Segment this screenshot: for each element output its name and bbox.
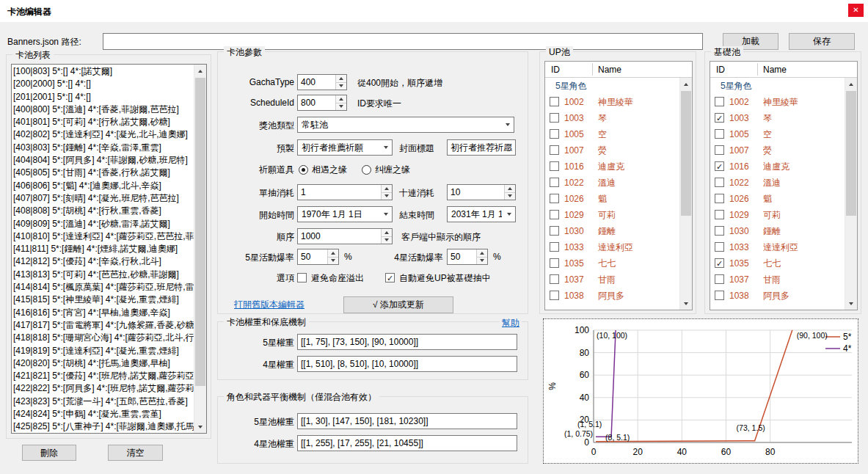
character-row[interactable]: ✓1035七七 bbox=[710, 255, 845, 271]
rate5-input[interactable]: 50 bbox=[297, 249, 339, 265]
scroll-thumb[interactable] bbox=[846, 91, 856, 216]
single-cost-input[interactable]: 1 bbox=[297, 184, 393, 200]
weight4-input[interactable] bbox=[297, 356, 517, 372]
character-checkbox[interactable] bbox=[550, 274, 559, 284]
weight5-input[interactable] bbox=[297, 334, 517, 350]
character-checkbox[interactable] bbox=[550, 291, 559, 300]
rate4-input[interactable]: 50 bbox=[447, 249, 488, 265]
old-editor-link[interactable]: 打開舊版本編輯器 bbox=[234, 299, 304, 311]
character-row[interactable]: 1026魈 bbox=[710, 191, 845, 207]
delete-button[interactable]: 刪除 bbox=[22, 445, 76, 461]
character-checkbox[interactable] bbox=[550, 226, 559, 236]
close-button[interactable]: ✕ bbox=[848, 4, 864, 17]
column-header-id[interactable]: ID bbox=[716, 65, 725, 75]
character-checkbox[interactable]: ✓ bbox=[715, 161, 724, 171]
character-row[interactable]: 1022溫迪 bbox=[710, 175, 845, 191]
list-item[interactable]: [401|801] 5*:[可莉] 4*:[行秋,諾艾爾,砂糖] bbox=[13, 116, 194, 128]
list-item[interactable]: [404|804] 5*:[阿貝多] 4*:[菲謝爾,砂糖,班尼特] bbox=[13, 154, 194, 167]
spinner-buttons[interactable] bbox=[476, 249, 487, 264]
character-row[interactable]: 1005空 bbox=[710, 126, 845, 142]
character-checkbox[interactable] bbox=[550, 113, 559, 123]
scheduleid-input[interactable]: 800 bbox=[297, 95, 347, 111]
character-row[interactable]: 1038阿貝多 bbox=[545, 288, 679, 304]
character-row[interactable]: 1035七七 bbox=[545, 255, 679, 271]
radio-acquaint-fate[interactable] bbox=[299, 165, 308, 175]
character-row[interactable]: 1003琴 bbox=[545, 110, 679, 126]
radio-acquaint-fate-label[interactable]: 相遇之缘 bbox=[312, 164, 347, 176]
character-row[interactable]: 1037甘雨 bbox=[545, 271, 679, 288]
ten-cost-input[interactable]: 10 bbox=[447, 184, 516, 200]
scroll-thumb[interactable] bbox=[681, 91, 691, 216]
character-row[interactable]: 1007熒 bbox=[545, 142, 679, 158]
list-item[interactable]: [423|823] 5*:[荒瀧一斗] 4*:[五郎,芭芭拉,香菱] bbox=[13, 395, 194, 408]
character-row[interactable]: 1007熒 bbox=[710, 142, 845, 158]
character-row[interactable]: 1037甘雨 bbox=[710, 271, 845, 288]
character-row[interactable]: ✓1016迪盧克 bbox=[710, 158, 845, 175]
character-checkbox[interactable] bbox=[550, 210, 559, 219]
list-item[interactable]: [418|818] 5*:[珊瑚宮心海] 4*:[蘿莎莉亞,北斗,行秋] bbox=[13, 332, 194, 344]
list-item[interactable]: [421|821] 5*:[優菈] 4*:[班尼特,諾艾爾,蘿莎莉亞] bbox=[13, 370, 194, 382]
character-checkbox[interactable] bbox=[550, 178, 559, 187]
list-item[interactable]: [419|819] 5*:[達達利亞] 4*:[凝光,重雲,煙緋] bbox=[13, 345, 194, 357]
column-header-id[interactable]: ID bbox=[551, 65, 560, 75]
list-item[interactable]: [411|811] 5*:[鍾離] 4*:[煙緋,諾艾爾,迪奧娜] bbox=[13, 243, 194, 255]
pool-weight5-input[interactable] bbox=[297, 413, 517, 429]
list-item[interactable]: [417|817] 5*:[雷電將軍] 4*:[九條裟羅,香菱,砂糖] bbox=[13, 319, 194, 332]
character-checkbox[interactable] bbox=[550, 97, 559, 106]
scroll-up-icon[interactable] bbox=[194, 65, 206, 77]
list-item[interactable]: [403|803] 5*:[鍾離] 4*:[辛焱,雷澤,重雲] bbox=[13, 142, 194, 154]
radio-intertwined-fate-label[interactable]: 纠缠之缘 bbox=[375, 164, 410, 176]
spinner-buttons[interactable] bbox=[381, 185, 392, 200]
spinner-buttons[interactable] bbox=[335, 95, 346, 110]
character-row[interactable]: ✓1003琴 bbox=[710, 110, 845, 126]
radio-intertwined-fate[interactable] bbox=[362, 165, 371, 175]
character-row[interactable]: 1029可莉 bbox=[710, 207, 845, 223]
character-checkbox[interactable] bbox=[715, 291, 724, 300]
list-item[interactable]: [414|814] 5*:[楓原萬葉] 4*:[蘿莎莉亞,班尼特,雷澤] bbox=[13, 281, 194, 293]
character-row[interactable]: 1038阿貝多 bbox=[710, 288, 845, 304]
character-row[interactable]: 1002神里綾華 bbox=[545, 94, 679, 110]
list-item[interactable]: [424|824] 5*:[申鶴] 4*:[凝光,重雲,雲堇] bbox=[13, 408, 194, 420]
character-row[interactable]: 1033達達利亞 bbox=[710, 239, 845, 255]
cover-title-input[interactable] bbox=[447, 139, 516, 156]
help-link[interactable]: 幫助 bbox=[500, 317, 522, 329]
character-checkbox[interactable] bbox=[550, 145, 559, 155]
list-item[interactable]: [406|806] 5*:[魈] 4*:[迪奧娜,北斗,辛焱] bbox=[13, 180, 194, 192]
up-pool-scrollbar[interactable] bbox=[679, 78, 692, 310]
pool-type-select[interactable]: 常駐池 bbox=[297, 117, 514, 133]
character-checkbox[interactable] bbox=[715, 145, 724, 155]
avoid-constellation-checkbox[interactable] bbox=[297, 273, 307, 282]
character-checkbox[interactable]: ✓ bbox=[715, 113, 724, 123]
character-row[interactable]: 1005空 bbox=[545, 126, 679, 142]
list-item[interactable]: [407|807] 5*:[刻晴] 4*:[凝光,班尼特,芭芭拉] bbox=[13, 192, 194, 205]
list-item[interactable]: [402|802] 5*:[達達利亞] 4*:[凝光,北斗,迪奧娜] bbox=[13, 128, 194, 141]
save-button[interactable]: 保存 bbox=[789, 33, 855, 50]
character-checkbox[interactable] bbox=[715, 210, 724, 219]
list-item[interactable]: [201|2001] 5*:[] 4*:[] bbox=[13, 91, 194, 103]
character-checkbox[interactable] bbox=[550, 258, 559, 268]
scroll-down-icon[interactable] bbox=[845, 297, 857, 310]
list-item[interactable]: [400|800] 5*:[溫迪] 4*:[香菱,菲謝爾,芭芭拉] bbox=[13, 103, 194, 116]
list-item[interactable]: [408|808] 5*:[胡桃] 4*:[行秋,重雲,香菱] bbox=[13, 205, 194, 217]
scroll-thumb[interactable] bbox=[195, 78, 205, 386]
character-row[interactable]: 1016迪盧克 bbox=[545, 158, 679, 175]
character-row[interactable]: 1033達達利亞 bbox=[545, 239, 679, 255]
character-checkbox[interactable] bbox=[715, 97, 724, 106]
character-checkbox[interactable]: ✓ bbox=[715, 258, 724, 268]
list-item[interactable]: [416|816] 5*:[宵宮] 4*:[早柚,迪奧娜,辛焱] bbox=[13, 307, 194, 319]
path-input[interactable] bbox=[103, 33, 703, 50]
end-time-picker[interactable]: 2031年 1月 1日 bbox=[447, 206, 516, 222]
clear-button[interactable]: 清空 bbox=[108, 445, 163, 461]
character-row[interactable]: 1030鍾離 bbox=[545, 223, 679, 239]
character-checkbox[interactable] bbox=[715, 226, 724, 236]
character-checkbox[interactable] bbox=[715, 194, 724, 203]
character-row[interactable]: 1030鍾離 bbox=[710, 223, 845, 239]
character-checkbox[interactable] bbox=[715, 242, 724, 252]
column-header-name[interactable]: Name bbox=[763, 65, 787, 75]
list-item[interactable]: [413|813] 5*:[可莉] 4*:[芭芭拉,砂糖,菲謝爾] bbox=[13, 269, 194, 281]
base-pool-scrollbar[interactable] bbox=[845, 78, 857, 310]
list-item[interactable]: [410|810] 5*:[達達利亞] 4*:[蘿莎莉亞,芭芭拉,菲謝爾] bbox=[13, 230, 194, 243]
pool-list-scrollbar[interactable] bbox=[194, 65, 206, 433]
character-checkbox[interactable] bbox=[550, 129, 559, 139]
character-row[interactable]: 1026魈 bbox=[545, 191, 679, 207]
